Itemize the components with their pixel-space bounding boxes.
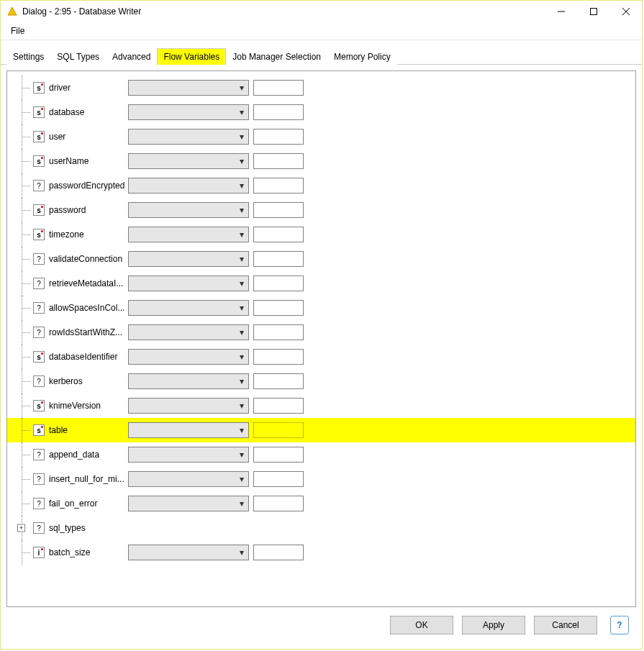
var-text-input[interactable] <box>253 129 304 145</box>
apply-button[interactable]: Apply <box>462 616 525 634</box>
unknown-type-icon: ? <box>33 302 45 314</box>
var-combo[interactable]: ▾ <box>128 422 249 438</box>
var-label: table <box>47 425 128 435</box>
tree-guide <box>7 467 33 491</box>
tab-sql-types[interactable]: SQL Types <box>50 48 106 65</box>
var-label: knimeVersion <box>47 401 128 411</box>
var-row-password: spassword▾ <box>7 198 635 222</box>
var-combo[interactable]: ▾ <box>128 398 249 414</box>
tab-job-manager[interactable]: Job Manager Selection <box>226 48 327 65</box>
svg-rect-2 <box>590 9 597 15</box>
tab-advanced[interactable]: Advanced <box>106 48 157 65</box>
tree-guide <box>7 124 33 149</box>
var-combo[interactable]: ▾ <box>128 202 249 218</box>
var-combo[interactable]: ▾ <box>128 276 249 291</box>
chevron-down-icon: ▾ <box>235 83 248 93</box>
chevron-down-icon: ▾ <box>235 278 248 288</box>
help-button[interactable]: ? <box>610 616 629 634</box>
var-text-input[interactable] <box>253 545 304 560</box>
string-type-icon: s <box>33 424 45 436</box>
var-row-kerberos: ?kerberos▾ <box>7 369 635 393</box>
unknown-type-icon: ? <box>33 498 45 509</box>
var-text-input[interactable] <box>253 300 304 316</box>
string-type-icon: s <box>33 204 45 216</box>
var-row-rowIdsStartWithZ-: ?rowIdsStartWithZ...▾ <box>7 320 635 345</box>
var-text-input[interactable] <box>253 447 304 463</box>
var-text-input[interactable] <box>253 324 304 340</box>
var-text-input[interactable] <box>253 276 304 291</box>
var-text-input[interactable] <box>253 202 304 218</box>
var-text-input[interactable] <box>253 496 304 511</box>
minimize-button[interactable] <box>545 1 577 22</box>
cancel-button[interactable]: Cancel <box>534 616 597 634</box>
tree-guide <box>7 491 33 516</box>
string-type-icon: s <box>33 400 45 411</box>
unknown-type-icon: ? <box>33 449 45 460</box>
tab-flow-variables[interactable]: Flow Variables <box>157 48 226 65</box>
var-combo[interactable]: ▾ <box>128 227 249 242</box>
chevron-down-icon: ▾ <box>235 450 248 460</box>
var-combo[interactable]: ▾ <box>128 496 249 511</box>
var-combo[interactable]: ▾ <box>128 324 249 340</box>
int-type-icon: i <box>33 547 45 558</box>
var-label: allowSpacesInCol... <box>47 303 128 313</box>
tab-memory-policy[interactable]: Memory Policy <box>327 48 397 65</box>
var-label: database <box>47 107 128 117</box>
var-text-input[interactable] <box>253 373 304 389</box>
var-text-input[interactable] <box>253 398 304 414</box>
chevron-down-icon: ▾ <box>235 425 248 435</box>
var-combo[interactable]: ▾ <box>128 545 249 560</box>
unknown-type-icon: ? <box>33 253 45 265</box>
unknown-type-icon: ? <box>33 522 45 534</box>
var-row-table: stable▾ <box>7 418 635 442</box>
tree-guide <box>7 247 33 271</box>
var-row-timezone: stimezone▾ <box>7 222 635 247</box>
var-text-input[interactable] <box>253 178 304 194</box>
maximize-button[interactable] <box>577 1 609 22</box>
var-row-retrieveMetadataI-: ?retrieveMetadataI...▾ <box>7 271 635 296</box>
var-text-input[interactable] <box>253 471 304 487</box>
button-bar: OK Apply Cancel ? <box>6 607 636 643</box>
var-combo[interactable]: ▾ <box>128 129 249 145</box>
var-text-input[interactable] <box>253 153 304 169</box>
tree-guide <box>7 100 33 124</box>
var-label: append_data <box>47 450 128 460</box>
tree-guide <box>7 540 33 565</box>
var-label: validateConnection <box>47 254 128 264</box>
var-row-userName: suserName▾ <box>7 149 635 173</box>
var-combo[interactable]: ▾ <box>128 471 249 487</box>
var-combo[interactable]: ▾ <box>128 447 249 463</box>
var-row-databaseIdentifier: sdatabaseIdentifier▾ <box>7 345 635 369</box>
flow-variables-tree: sdriver▾sdatabase▾suser▾suserName▾?passw… <box>6 70 636 607</box>
var-combo[interactable]: ▾ <box>128 300 249 316</box>
var-label: userName <box>47 156 128 166</box>
dialog-window: Dialog - 2:95 - Database Writer File Set… <box>0 0 643 650</box>
expand-icon[interactable]: + <box>17 524 25 532</box>
var-row-database: sdatabase▾ <box>7 100 635 124</box>
var-combo[interactable]: ▾ <box>128 349 249 365</box>
tab-settings[interactable]: Settings <box>6 48 50 65</box>
tree-guide <box>7 76 33 100</box>
var-label: databaseIdentifier <box>47 352 128 362</box>
tabbar: SettingsSQL TypesAdvancedFlow VariablesJ… <box>1 40 642 65</box>
tree-guide: + <box>7 516 33 540</box>
var-row-allowSpacesInCol-: ?allowSpacesInCol...▾ <box>7 296 635 320</box>
var-text-input[interactable] <box>253 80 304 96</box>
string-type-icon: s <box>33 155 45 167</box>
var-label: password <box>47 205 128 215</box>
menu-file[interactable]: File <box>5 24 30 37</box>
var-combo[interactable]: ▾ <box>128 178 249 194</box>
var-text-input[interactable] <box>253 104 304 120</box>
close-button[interactable] <box>609 1 642 22</box>
var-combo[interactable]: ▾ <box>128 373 249 389</box>
var-text-input[interactable] <box>253 349 304 365</box>
var-text-input[interactable] <box>253 251 304 267</box>
ok-button[interactable]: OK <box>390 616 453 634</box>
var-text-input[interactable] <box>253 422 304 438</box>
string-type-icon: s <box>33 229 45 240</box>
var-text-input[interactable] <box>253 227 304 242</box>
var-combo[interactable]: ▾ <box>128 80 249 96</box>
var-combo[interactable]: ▾ <box>128 153 249 169</box>
var-combo[interactable]: ▾ <box>128 251 249 267</box>
var-combo[interactable]: ▾ <box>128 104 249 120</box>
